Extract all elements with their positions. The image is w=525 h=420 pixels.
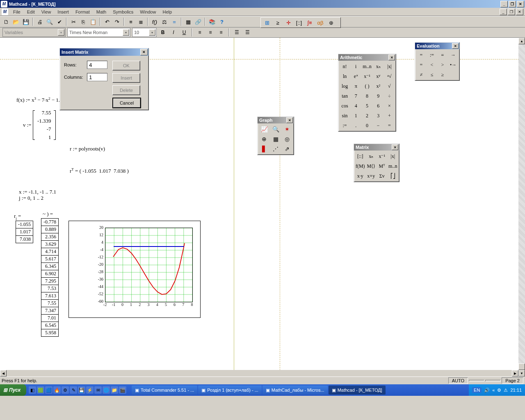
evaluation-palette[interactable]: Evaluation✕ =:=≡→=<>•→≠≤≥ xyxy=(415,42,460,81)
redo-icon[interactable]: ↷ xyxy=(112,17,121,26)
matrix-palette-icon[interactable]: [::] xyxy=(294,18,304,27)
calculus-palette-icon[interactable]: ∫≡ xyxy=(305,18,314,27)
cancel-button[interactable]: Cancel xyxy=(112,98,141,108)
palette-button[interactable]: 6 xyxy=(373,101,384,111)
help-icon[interactable]: ? xyxy=(217,17,226,26)
palette-button[interactable]: = xyxy=(384,121,395,130)
palette-button[interactable]: := xyxy=(339,121,350,130)
spellcheck-icon[interactable]: ✔ xyxy=(55,17,64,26)
ql-icon[interactable]: 🔥 xyxy=(53,386,61,394)
align-right-icon[interactable]: ≡ xyxy=(217,28,226,37)
doc-restore-button[interactable]: ❐ xyxy=(508,9,515,15)
vector-icon[interactable]: ⇗ xyxy=(281,144,293,154)
tray-icon[interactable]: ⚙ xyxy=(497,388,501,393)
palette-button[interactable]: xₙ xyxy=(373,62,384,71)
menu-help[interactable]: Help xyxy=(159,9,175,15)
cols-input[interactable] xyxy=(87,73,107,81)
component-icon[interactable]: ▦ xyxy=(184,17,193,26)
palette-button[interactable]: M⟨⟩ xyxy=(366,161,377,171)
undo-icon[interactable]: ↶ xyxy=(103,17,112,26)
xy-plot-icon[interactable]: 📈 xyxy=(258,124,270,134)
ql-icon[interactable]: ◧ xyxy=(29,386,36,394)
rj-table[interactable]: -1.0551.0177.038 xyxy=(16,221,33,243)
start-button[interactable]: ⊞Пуск xyxy=(0,384,26,396)
ql-icon[interactable]: 🟦 xyxy=(45,386,52,394)
surface-icon[interactable]: ▦ xyxy=(270,134,281,144)
palette-button[interactable]: eˣ xyxy=(350,71,361,81)
print-icon[interactable]: 🖨 xyxy=(35,17,44,26)
palette-button[interactable]: •→ xyxy=(448,60,459,70)
clock[interactable]: 21:11 xyxy=(510,388,522,393)
italic-icon[interactable]: I xyxy=(169,28,178,37)
palette-button[interactable]: xₙ xyxy=(366,151,377,161)
insert-button[interactable]: Insert xyxy=(112,73,140,83)
taskbar-task[interactable]: ▣Mathcad - [К_МЕТОД] xyxy=(329,386,386,395)
font-combo[interactable]: Times New Roman xyxy=(67,28,130,37)
menu-math[interactable]: Math xyxy=(93,9,110,15)
palette-button[interactable]: ≥ xyxy=(437,70,448,80)
align2-icon[interactable]: ≣ xyxy=(136,17,145,26)
trace-icon[interactable]: ✶ xyxy=(281,124,293,134)
menu-edit[interactable]: Edit xyxy=(24,9,38,15)
scroll-left-icon[interactable]: ◀ xyxy=(0,370,7,377)
palette-button[interactable]: 2 xyxy=(361,111,372,121)
matrix-palette-close[interactable]: ✕ xyxy=(392,144,398,150)
system-tray[interactable]: EN 🔊 « ⚙ ⚠ 21:11 xyxy=(469,384,525,396)
palette-button[interactable]: − xyxy=(373,121,384,130)
palette-button[interactable]: ≡ xyxy=(437,50,448,60)
style-combo[interactable]: Variables xyxy=(2,28,66,37)
ok-button[interactable]: OK xyxy=(112,61,140,71)
palette-button[interactable]: i xyxy=(350,62,361,71)
palette-button[interactable]: + xyxy=(384,111,395,121)
j-range[interactable]: j := 0, 1 .. 2 xyxy=(19,195,43,201)
palette-button[interactable]: xʸ xyxy=(373,71,384,81)
doc-minimize-button[interactable]: _ xyxy=(500,9,507,15)
scatter-icon[interactable]: ⋰ xyxy=(270,144,281,154)
palette-button[interactable]: Σv xyxy=(377,171,388,181)
palette-button[interactable]: = xyxy=(416,60,427,70)
palette-button[interactable]: ⎡⎦ xyxy=(388,171,399,181)
palette-button[interactable]: > xyxy=(437,60,448,70)
ql-icon[interactable]: ⚙ xyxy=(62,386,69,394)
boolean-palette-icon[interactable]: ≥ xyxy=(273,18,282,27)
palette-button[interactable]: m..n xyxy=(361,62,372,71)
palette-button[interactable]: 5 xyxy=(361,101,372,111)
x-range[interactable]: x := -1.1, -1 .. 7.1 xyxy=(19,189,56,195)
ql-icon[interactable]: 🎬 xyxy=(119,386,126,394)
palette-button[interactable]: ⁿ√ xyxy=(384,71,395,81)
lang-indicator[interactable]: EN xyxy=(472,387,482,393)
rj-header[interactable]: rj = xyxy=(14,213,21,220)
restore-button[interactable]: ❐ xyxy=(509,1,516,7)
palette-button[interactable]: x·y xyxy=(355,171,366,181)
palette-button[interactable]: cos xyxy=(339,101,350,111)
scroll-right-icon[interactable]: ▶ xyxy=(512,370,518,377)
taskbar-task[interactable]: ▣Total Commander 5.51 - ... xyxy=(132,386,197,395)
palette-button[interactable] xyxy=(448,70,459,80)
unit-icon[interactable]: ⚖ xyxy=(160,17,169,26)
palette-button[interactable]: π xyxy=(350,81,361,91)
palette-button[interactable]: x⁻¹ xyxy=(377,151,388,161)
symbolic-palette-icon[interactable]: ⊕ xyxy=(326,18,336,27)
palette-button[interactable]: log xyxy=(339,81,350,91)
palette-button[interactable]: f(M) xyxy=(355,161,366,171)
palette-button[interactable]: Mᵀ xyxy=(377,161,388,171)
align-center-icon[interactable]: ≡ xyxy=(206,28,215,37)
palette-button[interactable]: 7 xyxy=(350,91,361,101)
ql-icon[interactable]: ✎ xyxy=(70,386,77,394)
document-area[interactable]: f(x) := x3 − 7·x2 − 1.3 v := 7.55-1.339-… xyxy=(0,38,525,377)
palette-button[interactable]: ≤ xyxy=(427,70,437,80)
tray-expand-icon[interactable]: « xyxy=(492,388,495,393)
copy-icon[interactable]: ⎘ xyxy=(79,17,88,26)
palette-button[interactable]: ln xyxy=(339,71,350,81)
palette-button[interactable]: ÷ xyxy=(384,91,395,101)
ql-icon[interactable]: ⚡ xyxy=(86,386,94,394)
preview-icon[interactable]: 🔍 xyxy=(45,17,54,26)
palette-button[interactable]: tan xyxy=(339,91,350,101)
cut-icon[interactable]: ✂ xyxy=(69,17,78,26)
close-button[interactable]: ✕ xyxy=(517,1,524,7)
palette-button[interactable]: x² xyxy=(373,81,384,91)
palette-button[interactable]: ≠ xyxy=(416,70,427,80)
palette-button[interactable]: x⁻¹ xyxy=(361,71,372,81)
ql-icon[interactable]: 🟩 xyxy=(37,386,44,394)
numbering-icon[interactable]: ☰ xyxy=(243,28,252,37)
